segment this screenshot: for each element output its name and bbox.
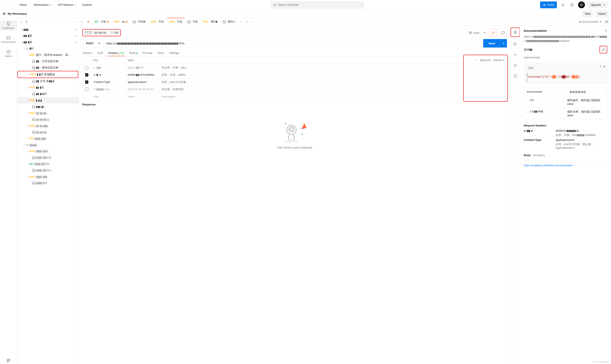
tree-collection[interactable]: ›a▮▮ ▮南☆ (17, 39, 79, 45)
method-dropdown[interactable]: POST▾ (82, 39, 104, 48)
header-row[interactable]: x-tj▮▮d QbvCu▮▮GO 非必填，示例：Qbv... (82, 64, 507, 71)
tree-request[interactable]: ›POS▮▮▮▮ ▮▮▮ (17, 135, 79, 142)
rail-history[interactable]: History (0, 48, 17, 59)
header-key[interactable]: x-tj▮▮d (91, 64, 125, 71)
tree-request[interactable]: ›POST▮▮ ▮▮ ▮▮ (17, 110, 79, 116)
header-value[interactable]: 2023-06-23 20:34:32... (125, 86, 159, 93)
more-icon[interactable]: ⋯ (475, 59, 477, 62)
view-collection-doc-link[interactable]: View complete collection documentation → (524, 161, 607, 171)
tab-item[interactable]: POST可选 (166, 18, 185, 26)
nav-back[interactable]: ← (3, 2, 9, 7)
tree-folder[interactable]: ›🗀▮▮▮▮▮ (17, 142, 79, 148)
tabs-more[interactable]: ⋯ (250, 20, 256, 23)
header-key[interactable]: Content-Type (91, 78, 125, 86)
notifications-button[interactable] (569, 1, 576, 8)
star-icon[interactable]: ☆ (74, 28, 77, 31)
header-row[interactable]: ✓ x-t▮ id e65f8c▮▮e37b18940a 必填，示例：e65f8… (82, 71, 507, 78)
rail-collections[interactable]: Collections (0, 20, 17, 31)
bulb-panel[interactable] (512, 62, 519, 69)
header-value[interactable]: application/json (125, 78, 159, 86)
send-button[interactable]: Send (483, 39, 500, 48)
tab-prereq[interactable]: Pre-req. (142, 50, 153, 56)
tab-item[interactable]: POST可选 (148, 18, 166, 26)
tree-example[interactable]: e.g▮▮ 方式 本▮▮据 (17, 78, 79, 84)
tabs-new[interactable]: ＋ (244, 20, 250, 24)
edit-doc-highlighted[interactable] (599, 46, 607, 53)
save-dropdown[interactable]: ▾ (482, 30, 488, 36)
tree-request[interactable]: ›POST▮▮ ▮市 (17, 84, 79, 91)
nav-workspaces[interactable]: Workspaces▾ (31, 0, 54, 10)
tab-params[interactable]: Params (82, 50, 93, 56)
rail-environments[interactable]: Environments (0, 34, 17, 45)
tree-example[interactable]: e.g▮▮▮▮ ▮项 (17, 180, 79, 186)
filter-icon[interactable] (25, 20, 28, 24)
environment-select[interactable]: No Environment▾ (575, 18, 605, 26)
tree-collection[interactable]: ›a▮▮ ▮西☆ (17, 33, 79, 39)
tree-example[interactable]: e.g▮▮ ▮▮ ▮▮ (17, 129, 79, 135)
comments-panel[interactable] (512, 41, 519, 48)
tabs-next[interactable]: › (238, 20, 244, 23)
star-icon[interactable]: ☆ (74, 34, 77, 38)
avatar[interactable] (578, 1, 585, 8)
checkbox[interactable]: ✓ (85, 73, 88, 77)
tree-example[interactable]: e.g▮▮▮ ▮5 (17, 104, 79, 110)
presets-dropdown[interactable]: Presets ▾ (493, 59, 504, 62)
tab-item[interactable]: POST预约▮ (200, 18, 220, 26)
header-value[interactable]: QbvCu▮▮GO (125, 64, 159, 71)
tree-example[interactable]: e.g▮▮▮▮ ▮▮须知 (17, 167, 79, 173)
header-desc[interactable]: 必填，json方式传参... (159, 78, 507, 86)
checkbox[interactable] (85, 66, 88, 69)
tree-folder[interactable]: ›🗀▮时 (17, 45, 79, 52)
close-icon[interactable]: ✕ (605, 29, 607, 32)
tab-headers[interactable]: Headers (14) (108, 50, 125, 56)
header-row[interactable]: X-▮▮▮▮▮-ing-I... 2023-06-23 20:34:32... … (82, 86, 507, 93)
nav-forward[interactable]: → (10, 2, 15, 7)
header-key[interactable]: x-t▮ id (91, 71, 125, 78)
invite-button[interactable]: Invite (540, 1, 557, 8)
tab-item[interactable]: GET行驶 (92, 18, 111, 26)
key-placeholder[interactable]: Key (91, 93, 125, 100)
tab-tests[interactable]: Tests (157, 50, 164, 56)
checkbox[interactable]: ✓ (85, 80, 88, 84)
settings-button[interactable] (559, 1, 566, 8)
nav-home[interactable]: Home (17, 0, 29, 10)
tab-auth[interactable]: Auth (97, 50, 104, 56)
import-button[interactable]: Import (596, 11, 609, 17)
header-row[interactable]: ✓ Content-Type application/json 必填，json方… (82, 78, 507, 86)
save-button[interactable]: Save (466, 30, 482, 36)
nav-explore[interactable]: Explore (80, 0, 94, 10)
tab-body[interactable]: Body (129, 50, 138, 56)
send-dropdown[interactable]: ▾ (500, 39, 507, 48)
star-icon[interactable]: ☆ (74, 40, 77, 44)
checkbox[interactable] (85, 88, 88, 91)
bulk-edit-link[interactable]: Bulk Edit (480, 59, 490, 62)
global-search[interactable]: Search Postman (271, 1, 364, 9)
copy-icon[interactable]: ⧉ (603, 65, 605, 68)
tree-example[interactable]: e.g▮▮：正常信息示例 (17, 58, 79, 65)
tree-request[interactable]: ›POST▮▮ ▮▮ ▮▮▮ (17, 123, 79, 129)
header-value[interactable]: e65f8c▮▮e37b18940a (125, 71, 159, 78)
info-panel[interactable] (512, 73, 519, 79)
header-desc[interactable]: 非必填，当前时间，... (159, 86, 507, 93)
tab-item[interactable]: e.g可选城 (130, 18, 148, 26)
header-desc[interactable]: 必填，示例：e65f8... (159, 71, 507, 78)
tab-item[interactable] (85, 18, 92, 26)
workspace-name[interactable]: My Workspace (2, 12, 27, 15)
url-input[interactable]: https://zv▮▮▮▮▮▮▮▮▮▮▮▮▮▮▮▮▮▮▮▮▮▮▮▮▮▮▮▮▮▮… (104, 39, 481, 48)
tab-item[interactable]: e.g可选 (185, 18, 200, 26)
cookies-link[interactable]: ⋯ (505, 50, 507, 56)
upgrade-button[interactable]: Upgrade▾ (587, 1, 608, 8)
comment-button[interactable] (499, 29, 507, 37)
rail-add[interactable] (0, 357, 17, 364)
tree-request[interactable]: ›GET▮▮▮▮ ▮▮预知 (17, 161, 79, 167)
more-icon[interactable]: ⋯ (73, 21, 76, 24)
tree-request[interactable]: ›POST接口：请求头headers、请... (17, 52, 79, 58)
doc-view-button[interactable] (511, 28, 519, 36)
tree-example[interactable]: e.g▮▮：错误信息示例 (17, 65, 79, 71)
desc-placeholder[interactable]: Description (159, 93, 507, 100)
env-quicklook[interactable] (605, 20, 611, 24)
tree-request-highlighted[interactable]: ›POST▮ ▮式 本地数据 (18, 71, 78, 78)
edit-button[interactable] (489, 29, 497, 37)
tree-request[interactable]: ›POST▮▮▮▮ ▮▮▮ (17, 173, 79, 180)
code-panel[interactable] (512, 51, 519, 58)
